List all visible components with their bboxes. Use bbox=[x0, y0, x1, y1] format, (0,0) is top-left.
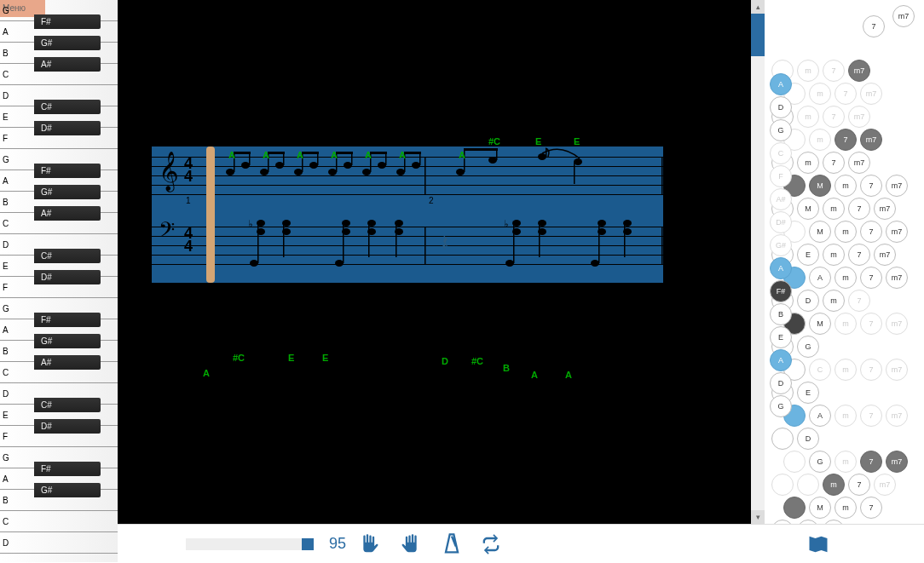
chord-button[interactable]: m bbox=[834, 359, 857, 381]
chord-button[interactable]: m bbox=[823, 290, 845, 312]
chord-button[interactable]: m7 bbox=[874, 244, 896, 266]
chord-button[interactable]: 7 bbox=[860, 359, 882, 381]
chord-button[interactable]: m7 bbox=[886, 267, 908, 289]
scroll-up-icon[interactable]: ▴ bbox=[751, 0, 765, 14]
chord-button[interactable]: m bbox=[797, 106, 819, 128]
chord-button[interactable]: M bbox=[809, 497, 831, 519]
chord-button[interactable]: M bbox=[809, 175, 831, 197]
chord-button[interactable]: m7 bbox=[886, 451, 908, 473]
chord-button[interactable]: 7 bbox=[834, 129, 857, 151]
chord-button[interactable]: m7 bbox=[848, 152, 870, 174]
black-key[interactable]: G# bbox=[34, 36, 101, 50]
chord-button[interactable]: 7 bbox=[848, 244, 870, 266]
black-key[interactable]: G# bbox=[34, 483, 101, 497]
chord-root-button[interactable]: F bbox=[770, 165, 792, 187]
chord-button[interactable]: m bbox=[809, 83, 831, 105]
black-key[interactable]: C# bbox=[34, 249, 101, 263]
chord-root-button[interactable]: A bbox=[770, 257, 792, 279]
chord-root-button[interactable]: B bbox=[770, 303, 792, 325]
chord-button[interactable]: m7 bbox=[848, 106, 870, 128]
chord-button[interactable]: m bbox=[797, 60, 819, 82]
vertical-scrollbar[interactable]: ▴ ▾ bbox=[751, 0, 765, 524]
scroll-thumb[interactable] bbox=[751, 14, 765, 56]
chord-button[interactable] bbox=[771, 428, 794, 450]
chord-button[interactable]: 7 bbox=[848, 290, 870, 312]
chord-button[interactable]: 7 bbox=[834, 83, 857, 105]
black-key[interactable]: F# bbox=[34, 462, 101, 476]
chord-button[interactable]: E bbox=[797, 244, 819, 266]
black-key[interactable]: F# bbox=[34, 313, 101, 327]
chord-button[interactable]: 7 bbox=[860, 405, 882, 427]
chord-button[interactable] bbox=[783, 497, 806, 519]
black-key[interactable]: G# bbox=[34, 185, 101, 199]
chord-root-button[interactable]: G bbox=[770, 119, 792, 141]
black-key[interactable]: D# bbox=[34, 270, 101, 284]
chord-root-button[interactable]: D# bbox=[770, 211, 792, 233]
chord-button[interactable]: 7 bbox=[860, 221, 882, 243]
chord-root-button[interactable]: F# bbox=[770, 280, 792, 302]
tempo-slider[interactable] bbox=[186, 538, 314, 550]
chord-button[interactable]: C bbox=[809, 359, 831, 381]
chord-button[interactable]: 7 bbox=[823, 152, 845, 174]
chord-button[interactable]: m7 bbox=[886, 175, 908, 197]
white-key[interactable]: C bbox=[0, 511, 118, 532]
chord-button[interactable]: 7 bbox=[860, 175, 882, 197]
chord-root-button[interactable]: G# bbox=[770, 234, 792, 256]
chord-button[interactable]: 7 bbox=[860, 451, 882, 473]
chord-button[interactable]: 7 bbox=[860, 313, 882, 335]
score-selection[interactable]: 𝄞 44 1 2 bbox=[152, 146, 663, 283]
chord-button[interactable]: 7 bbox=[848, 474, 870, 496]
chord-root-button[interactable]: E bbox=[770, 326, 792, 348]
chord-root-button[interactable]: C bbox=[770, 142, 792, 164]
chord-root-button[interactable]: A# bbox=[770, 188, 792, 210]
chord-button[interactable]: m bbox=[834, 405, 857, 427]
chord-button[interactable]: 7 bbox=[848, 198, 870, 220]
chord-button[interactable] bbox=[797, 474, 819, 496]
black-key[interactable]: A# bbox=[34, 57, 101, 72]
chord-button[interactable]: m bbox=[834, 313, 857, 335]
chord-button[interactable]: m7 bbox=[874, 198, 896, 220]
black-key[interactable]: C# bbox=[34, 100, 101, 114]
loop-icon[interactable] bbox=[479, 532, 503, 556]
chord-root-button[interactable]: G bbox=[770, 395, 792, 417]
chord-button[interactable]: A bbox=[809, 267, 831, 289]
chord-button[interactable]: m bbox=[823, 474, 845, 496]
chord-button[interactable]: M bbox=[797, 198, 819, 220]
chord-button[interactable]: m7 bbox=[886, 221, 908, 243]
chord-button[interactable]: m bbox=[823, 244, 845, 266]
chord-button[interactable]: m bbox=[797, 152, 819, 174]
right-hand-icon[interactable] bbox=[401, 532, 424, 556]
black-key[interactable]: A# bbox=[34, 355, 101, 370]
scroll-down-icon[interactable]: ▾ bbox=[751, 510, 765, 524]
chord-button[interactable]: m bbox=[834, 221, 857, 243]
chord-button[interactable]: 7 bbox=[860, 267, 882, 289]
chord-button[interactable]: m7 bbox=[886, 359, 908, 381]
white-key[interactable]: D bbox=[0, 532, 118, 554]
chord-button[interactable]: 7 bbox=[860, 497, 882, 519]
chord-button[interactable] bbox=[783, 451, 806, 473]
left-hand-icon[interactable] bbox=[361, 532, 385, 556]
chord-button[interactable] bbox=[771, 474, 794, 496]
map-icon[interactable] bbox=[806, 532, 830, 556]
chord-button[interactable]: 7 bbox=[863, 15, 885, 37]
black-key[interactable]: F# bbox=[34, 14, 101, 29]
chord-button[interactable]: m7 bbox=[874, 474, 896, 496]
playback-cursor[interactable] bbox=[206, 146, 215, 283]
chord-button[interactable]: m7 bbox=[892, 5, 915, 27]
chord-button[interactable]: m7 bbox=[860, 129, 882, 151]
chord-button[interactable]: m bbox=[834, 267, 857, 289]
chord-root-button[interactable]: D bbox=[770, 96, 792, 118]
black-key[interactable]: D# bbox=[34, 121, 101, 135]
chord-root-button[interactable]: A bbox=[770, 73, 792, 95]
chord-button[interactable]: m7 bbox=[886, 313, 908, 335]
chord-button[interactable]: M bbox=[809, 221, 831, 243]
chord-button[interactable]: 7 bbox=[823, 60, 845, 82]
chord-button[interactable]: m bbox=[834, 497, 857, 519]
chord-button[interactable]: D bbox=[797, 290, 819, 312]
chord-button[interactable]: m bbox=[834, 451, 857, 473]
chord-button[interactable]: m bbox=[834, 175, 857, 197]
black-key[interactable]: F# bbox=[34, 164, 101, 178]
chord-button[interactable]: G bbox=[809, 451, 831, 473]
chord-button[interactable]: m7 bbox=[848, 60, 870, 82]
chord-root-button[interactable]: D bbox=[770, 372, 792, 394]
